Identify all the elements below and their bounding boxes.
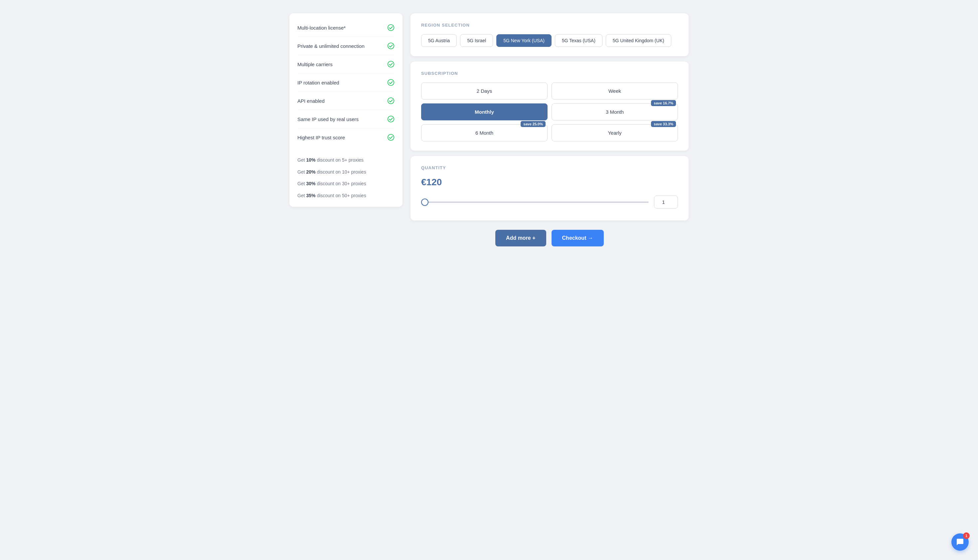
svg-point-2	[388, 61, 394, 67]
svg-point-4	[388, 98, 394, 104]
sub-btn-2days[interactable]: 2 Days	[421, 82, 547, 100]
svg-point-0	[388, 25, 394, 31]
region-title: REGION SELECTION	[421, 23, 678, 28]
configuration-panel: REGION SELECTION 5G Austria5G Israel5G N…	[411, 13, 689, 249]
save-badge: save 16.7%	[651, 100, 676, 106]
bottom-actions: Add more + Checkout →	[411, 226, 689, 249]
sub-btn-monthly[interactable]: Monthly	[421, 103, 547, 120]
svg-point-5	[388, 116, 394, 122]
check-icon	[387, 79, 394, 86]
save-badge: save 33.3%	[651, 121, 676, 127]
region-card: REGION SELECTION 5G Austria5G Israel5G N…	[411, 13, 689, 56]
price-display: €120	[421, 177, 678, 188]
sub-option-monthly: Monthly	[421, 103, 547, 120]
subscription-title: SUBSCRIPTION	[421, 71, 678, 76]
feature-item: IP rotation enabled	[297, 73, 394, 92]
chat-icon	[956, 538, 964, 546]
feature-label: Multi-location license*	[297, 25, 345, 31]
sub-btn-week[interactable]: Week	[552, 82, 678, 100]
feature-label: Same IP used by real users	[297, 117, 359, 122]
checkout-button[interactable]: Checkout →	[552, 230, 604, 247]
chat-button[interactable]: 1	[951, 533, 969, 551]
discount-item: Get 30% discount on 30+ proxies	[297, 178, 394, 190]
discount-item: Get 10% discount on 5+ proxies	[297, 154, 394, 166]
svg-point-6	[388, 134, 394, 140]
chat-badge: 1	[963, 532, 970, 539]
quantity-card: QUANTITY €120	[411, 156, 689, 220]
sub-option-6month: save 25.0%6 Month	[421, 124, 547, 141]
feature-item: Multi-location license*	[297, 18, 394, 37]
region-grid: 5G Austria5G Israel5G New York (USA)5G T…	[421, 34, 678, 47]
add-more-button[interactable]: Add more +	[495, 230, 546, 247]
sub-option-3month: save 16.7%3 Month	[552, 103, 678, 120]
quantity-input[interactable]	[654, 195, 678, 208]
feature-label: IP rotation enabled	[297, 80, 339, 85]
sub-option-2days: 2 Days	[421, 82, 547, 100]
feature-label: API enabled	[297, 98, 325, 104]
feature-label: Private & unlimited connection	[297, 43, 365, 49]
subscription-card: SUBSCRIPTION 2 DaysWeekMonthlysave 16.7%…	[411, 62, 689, 151]
quantity-title: QUANTITY	[421, 165, 678, 170]
region-btn-austria[interactable]: 5G Austria	[421, 34, 457, 47]
discount-item: Get 35% discount on 50+ proxies	[297, 190, 394, 202]
region-btn-uk[interactable]: 5G United Kingdom (UK)	[606, 34, 671, 47]
subscription-grid: 2 DaysWeekMonthlysave 16.7%3 Monthsave 2…	[421, 82, 678, 141]
check-icon	[387, 134, 394, 141]
check-icon	[387, 24, 394, 31]
feature-item: API enabled	[297, 92, 394, 110]
region-btn-texas[interactable]: 5G Texas (USA)	[555, 34, 602, 47]
sub-option-yearly: save 33.3%Yearly	[552, 124, 678, 141]
check-icon	[387, 115, 394, 123]
feature-item: Multiple carriers	[297, 55, 394, 73]
check-icon	[387, 97, 394, 104]
region-btn-israel[interactable]: 5G Israel	[460, 34, 493, 47]
sub-option-week: Week	[552, 82, 678, 100]
quantity-slider[interactable]	[421, 202, 649, 203]
region-btn-new-york[interactable]: 5G New York (USA)	[496, 34, 552, 47]
feature-label: Highest IP trust score	[297, 135, 345, 140]
quantity-slider-container	[421, 195, 678, 208]
check-icon	[387, 42, 394, 50]
save-badge: save 25.0%	[521, 121, 546, 127]
feature-item: Same IP used by real users	[297, 110, 394, 128]
feature-label: Multiple carriers	[297, 62, 333, 67]
svg-point-3	[388, 80, 394, 85]
svg-point-1	[388, 43, 394, 49]
check-icon	[387, 60, 394, 68]
discount-item: Get 20% discount on 10+ proxies	[297, 166, 394, 178]
feature-item: Private & unlimited connection	[297, 37, 394, 55]
features-panel: Multi-location license* Private & unlimi…	[289, 13, 402, 207]
feature-item: Highest IP trust score	[297, 128, 394, 146]
